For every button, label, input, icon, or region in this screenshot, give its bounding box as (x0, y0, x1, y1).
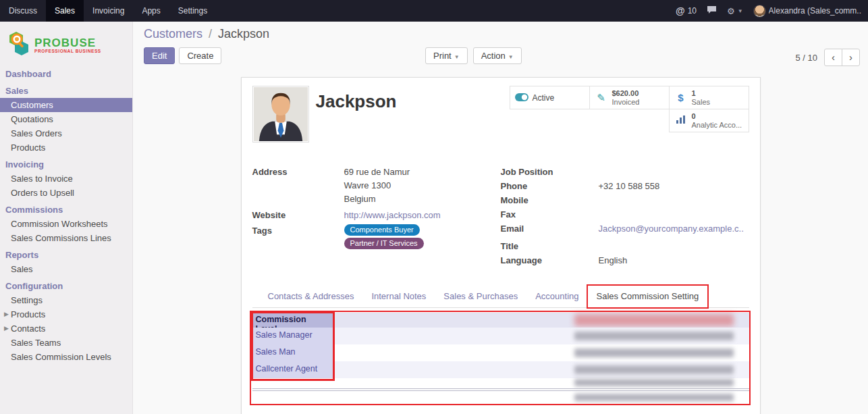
caret-down-icon: ▼ (454, 54, 460, 60)
table-row[interactable]: Sales Manager (252, 328, 749, 344)
sidebar-item-sales-commissions-lines[interactable]: Sales Commissions Lines (0, 231, 132, 245)
tab-sales-purchases[interactable]: Sales & Purchases (435, 286, 526, 307)
mentions-count: 10 (688, 6, 697, 16)
chat-icon (707, 5, 717, 16)
sidebar-item-sales-teams[interactable]: Sales Teams (0, 336, 132, 350)
topbar-menu-discuss[interactable]: Discuss (0, 0, 46, 22)
user-avatar (753, 5, 766, 18)
sidebar-heading-reports[interactable]: Reports (0, 248, 132, 262)
address-city[interactable]: Wavre 1300 (344, 179, 410, 192)
invoiced-label: Invoiced (612, 98, 640, 107)
user-name: Alexandra (Sales_comm.. (769, 6, 861, 16)
sidebar-item-sales-orders[interactable]: Sales Orders (0, 126, 132, 140)
table-row[interactable]: Sales Man (252, 344, 749, 361)
topbar-right: @ 10 ⚙ ▼ Alexandra (Sales_comm.. (676, 0, 868, 22)
caret-down-icon: ▼ (508, 54, 514, 60)
sidebar-item-config-products[interactable]: ▶ Products (0, 307, 132, 321)
address-country[interactable]: Belgium (344, 192, 410, 206)
active-stat-label: Active (533, 93, 555, 103)
record-sheet: Jackpson Active ✎ $620.00 Invoiced $ (241, 77, 761, 414)
language-value[interactable]: English (599, 254, 628, 267)
customer-photo[interactable] (252, 86, 309, 143)
print-dropdown-button[interactable]: Print▼ (425, 47, 468, 64)
sidebar-heading-invoicing[interactable]: Invoicing (0, 157, 132, 172)
table-row[interactable]: Callcenter Agent (252, 361, 749, 378)
mentions-button[interactable]: @ 10 (676, 5, 697, 16)
sheet-header: Jackpson Active ✎ $620.00 Invoiced $ (252, 86, 749, 143)
active-stat-button[interactable]: Active (510, 86, 590, 109)
phone-value[interactable]: +32 10 588 558 (599, 180, 660, 192)
sidebar-item-settings[interactable]: Settings (0, 293, 132, 307)
sidebar-heading-sales[interactable]: Sales (0, 84, 132, 98)
topbar-menu-sales[interactable]: Sales (46, 0, 84, 22)
tab-internal-notes[interactable]: Internal Notes (362, 286, 435, 307)
fax-label: Fax (501, 208, 599, 221)
website-link[interactable]: http://www.jackpson.com (344, 209, 441, 222)
sidebar-item-products[interactable]: Products (0, 140, 132, 155)
print-label: Print (433, 51, 452, 61)
job-position-label: Job Position (501, 165, 599, 178)
sidebar-nav: Dashboard Sales Customers Quotations Sal… (0, 67, 132, 364)
email-link[interactable]: Jackpson@yourcompany.example.c.. (599, 222, 744, 235)
record-title: Jackpson (316, 91, 397, 143)
app-logo: PROBUSE PROFESSIONAL BUSINESS (0, 22, 132, 67)
messages-button[interactable] (707, 5, 717, 16)
breadcrumb-current: Jackpson (218, 27, 269, 41)
topbar-menu-invoicing[interactable]: Invoicing (84, 0, 133, 22)
commission-level-cell[interactable]: Sales Man (252, 344, 333, 361)
sidebar-item-commission-worksheets[interactable]: Commission Worksheets (0, 217, 132, 231)
action-label: Action (481, 51, 506, 61)
notebook-tabs: Contacts & Addresses Internal Notes Sale… (252, 286, 749, 308)
sidebar: PROBUSE PROFESSIONAL BUSINESS Dashboard … (0, 22, 133, 414)
redacted-content (574, 314, 734, 326)
tab-sales-commission-setting[interactable]: Sales Commission Setting (588, 286, 708, 307)
sales-stat-button[interactable]: $ 1 Sales (669, 86, 749, 109)
sidebar-item-reports-sales[interactable]: Sales (0, 262, 132, 276)
topbar-menu-settings[interactable]: Settings (169, 0, 216, 22)
sidebar-heading-commissions[interactable]: Commissions (0, 203, 132, 217)
debug-menu-button[interactable]: ⚙ ▼ (727, 6, 743, 16)
tag-partner-it-services[interactable]: Partner / IT Services (344, 238, 424, 249)
sidebar-item-quotations[interactable]: Quotations (0, 112, 132, 126)
redacted-content (574, 394, 734, 401)
commission-level-column-header[interactable]: Commission Level (252, 313, 333, 328)
caret-down-icon: ▼ (738, 8, 743, 14)
logo-subtitle: PROFESSIONAL BUSINESS (34, 49, 101, 53)
sidebar-item-customers[interactable]: Customers (0, 98, 132, 112)
sidebar-heading-configuration[interactable]: Configuration (0, 279, 132, 293)
edit-button[interactable]: Edit (144, 47, 175, 64)
pager-next-button[interactable]: › (842, 49, 860, 66)
topbar-menu-apps[interactable]: Apps (133, 0, 169, 22)
sidebar-item-label: Contacts (11, 323, 45, 334)
sidebar-item-sales-to-invoice[interactable]: Sales to Invoice (0, 172, 132, 186)
main-area: Customers / Jackpson Edit Create Print▼ … (133, 22, 868, 414)
chevron-right-icon: ▶ (4, 309, 8, 320)
record-fields: Address 69 rue de Namur Wavre 1300 Belgi… (252, 165, 749, 268)
breadcrumb: Customers / Jackpson (144, 27, 864, 41)
analytic-stat-button[interactable]: 0 Analytic Acco... (669, 109, 749, 132)
email-label: Email (501, 222, 599, 235)
redacted-content (574, 332, 734, 340)
user-menu-button[interactable]: Alexandra (Sales_comm.. (753, 5, 861, 18)
sidebar-item-sales-commission-levels[interactable]: Sales Commission Levels (0, 350, 132, 364)
empty-row (252, 378, 749, 388)
pager: 5 / 10 ‹ › (795, 49, 860, 66)
tab-accounting[interactable]: Accounting (526, 286, 587, 307)
sidebar-item-config-contacts[interactable]: ▶ Contacts (0, 321, 132, 336)
sidebar-item-orders-to-upsell[interactable]: Orders to Upsell (0, 186, 132, 200)
commission-level-cell[interactable]: Callcenter Agent (252, 361, 333, 378)
invoiced-stat-button[interactable]: ✎ $620.00 Invoiced (589, 86, 670, 109)
sidebar-item-label: Products (11, 309, 45, 320)
analytic-count-value: 0 (692, 112, 742, 121)
pager-previous-button[interactable]: ‹ (824, 49, 842, 66)
tags-label: Tags (252, 224, 344, 249)
address-street[interactable]: 69 rue de Namur (344, 165, 410, 179)
commission-level-cell[interactable]: Sales Manager (252, 328, 333, 344)
tab-contacts-addresses[interactable]: Contacts & Addresses (259, 286, 363, 307)
sidebar-heading-dashboard[interactable]: Dashboard (0, 67, 132, 81)
create-button[interactable]: Create (179, 47, 221, 64)
tag-components-buyer[interactable]: Components Buyer (344, 224, 420, 236)
breadcrumb-customers-link[interactable]: Customers (144, 27, 202, 41)
action-dropdown-button[interactable]: Action▼ (473, 47, 522, 64)
address-label: Address (252, 165, 344, 206)
